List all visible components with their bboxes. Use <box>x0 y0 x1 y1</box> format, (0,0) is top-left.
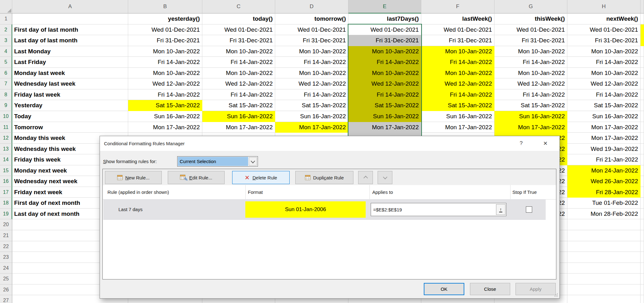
row-header-14[interactable]: 14 <box>0 154 12 165</box>
cell-I8-partial[interactable] <box>641 89 644 100</box>
cell-D4[interactable]: Mon 10-Jan-2022 <box>275 46 348 57</box>
cell-I14-partial[interactable] <box>641 154 644 165</box>
cell-H1[interactable]: nextWeek() <box>567 13 641 24</box>
cell-E4[interactable]: Mon 10-Jan-2022 <box>348 46 421 57</box>
cell-H5[interactable]: Fri 14-Jan-2022 <box>567 57 641 68</box>
row-header-26[interactable]: 26 <box>0 284 12 295</box>
cell-G8[interactable]: Fri 14-Jan-2022 <box>494 89 567 100</box>
row-header-21[interactable]: 21 <box>0 230 12 241</box>
cell-B3[interactable]: Fri 31-Dec-2021 <box>128 35 202 46</box>
cell-D2[interactable]: Wed 01-Dec-2021 <box>275 24 348 35</box>
cell-G1[interactable]: thisWeek() <box>494 13 567 24</box>
cell-B11[interactable]: Mon 17-Jan-2022 <box>128 122 202 133</box>
move-rule-down-button[interactable] <box>378 171 392 184</box>
cell-H4[interactable]: Mon 10-Jan-2022 <box>567 46 641 57</box>
cell-G11[interactable]: Mon 17-Jan-2022 <box>494 122 567 133</box>
cell-D1[interactable]: tomorrow() <box>275 13 348 24</box>
cell-I7-partial[interactable] <box>641 78 644 89</box>
cell-H17[interactable]: Fri 28-Jan-2022 <box>567 187 641 198</box>
collapse-dialog-icon[interactable]: ↑ <box>496 204 505 215</box>
row-header-20[interactable]: 20 <box>0 219 12 230</box>
cell-B10[interactable]: Sun 16-Jan-2022 <box>128 111 202 122</box>
new-rule-button[interactable]: New Rule... <box>105 171 162 184</box>
cell-A7[interactable]: Wednesday last week <box>12 78 128 89</box>
cell-I24-partial[interactable] <box>641 263 644 274</box>
row-header-1[interactable]: 1 <box>0 13 12 24</box>
column-header-H[interactable]: H <box>567 0 641 13</box>
cell-G10[interactable]: Sun 16-Jan-2022 <box>494 111 567 122</box>
cell-H23[interactable] <box>567 252 641 263</box>
cell-A9[interactable]: Yesterday <box>12 100 128 111</box>
applies-to-input[interactable]: =$E$2:$E$19 ↑ <box>371 203 506 216</box>
cell-E9[interactable]: Sat 15-Jan-2022 <box>348 100 421 111</box>
column-header-B[interactable]: B <box>128 0 202 13</box>
cell-A6[interactable]: Monday last week <box>12 68 128 78</box>
cell-B9[interactable]: Sat 15-Jan-2022 <box>128 100 202 111</box>
cell-C1[interactable]: today() <box>202 13 275 24</box>
cell-E2[interactable]: Wed 01-Dec-2021 <box>348 24 421 35</box>
help-icon[interactable]: ? <box>516 139 526 148</box>
row-header-18[interactable]: 18 <box>0 198 12 209</box>
cell-D7[interactable]: Wed 12-Jan-2022 <box>275 78 348 89</box>
column-header-F[interactable]: F <box>421 0 494 13</box>
ok-button[interactable]: OK <box>424 283 464 295</box>
cell-B8[interactable]: Fri 14-Jan-2022 <box>128 89 202 100</box>
row-header-9[interactable]: 9 <box>0 100 12 111</box>
cell-H7[interactable]: Wed 12-Jan-2022 <box>567 78 641 89</box>
cell-I18-partial[interactable] <box>641 198 644 209</box>
cell-F7[interactable]: Wed 12-Jan-2022 <box>421 78 494 89</box>
cell-D3[interactable]: Fri 31-Dec-2021 <box>275 35 348 46</box>
cell-I23-partial[interactable] <box>641 252 644 263</box>
cell-I15-partial[interactable] <box>641 165 644 176</box>
row-header-2[interactable]: 2 <box>0 24 12 35</box>
row-header-10[interactable]: 10 <box>0 111 12 122</box>
row-header-22[interactable]: 22 <box>0 241 12 252</box>
row-header-16[interactable]: 16 <box>0 176 12 187</box>
cell-I13-partial[interactable] <box>641 144 644 154</box>
row-header-23[interactable]: 23 <box>0 252 12 263</box>
row-header-19[interactable]: 19 <box>0 209 12 219</box>
cell-I6-partial[interactable] <box>641 68 644 78</box>
cell-I17-partial[interactable] <box>641 187 644 198</box>
cell-B4[interactable]: Mon 10-Jan-2022 <box>128 46 202 57</box>
cell-C9[interactable]: Sat 15-Jan-2022 <box>202 100 275 111</box>
cell-I19-partial[interactable] <box>641 209 644 219</box>
row-header-7[interactable]: 7 <box>0 78 12 89</box>
cell-A10[interactable]: Today <box>12 111 128 122</box>
cell-G5[interactable]: Fri 14-Jan-2022 <box>494 57 567 68</box>
cell-C4[interactable]: Mon 10-Jan-2022 <box>202 46 275 57</box>
cell-H22[interactable] <box>567 241 641 252</box>
cell-H6[interactable]: Mon 10-Jan-2022 <box>567 68 641 78</box>
cell-F3[interactable]: Fri 31-Dec-2021 <box>421 35 494 46</box>
cell-I10-partial[interactable] <box>641 111 644 122</box>
cell-H21[interactable] <box>567 230 641 241</box>
cell-A4[interactable]: Last Monday <box>12 46 128 57</box>
resize-grip[interactable] <box>554 293 558 297</box>
scope-combobox-value[interactable]: Current Selection <box>178 157 248 166</box>
cell-E11[interactable]: Mon 17-Jan-2022 <box>348 122 421 133</box>
cell-H24[interactable] <box>567 263 641 274</box>
cell-A8[interactable]: Friday last week <box>12 89 128 100</box>
cell-A2[interactable]: First day of last month <box>12 24 128 35</box>
cell-I20-partial[interactable] <box>641 219 644 230</box>
cell-C6[interactable]: Mon 10-Jan-2022 <box>202 68 275 78</box>
cell-D6[interactable]: Mon 10-Jan-2022 <box>275 68 348 78</box>
row-header-15[interactable]: 15 <box>0 165 12 176</box>
cell-H10[interactable]: Sun 16-Jan-2022 <box>567 111 641 122</box>
cell-H20[interactable] <box>567 219 641 230</box>
close-button[interactable]: Close <box>470 283 510 295</box>
cell-H8[interactable]: Fri 14-Jan-2022 <box>567 89 641 100</box>
column-header-C[interactable]: C <box>202 0 275 13</box>
cell-I2-partial[interactable] <box>641 24 644 35</box>
cell-I25-partial[interactable] <box>641 274 644 284</box>
cell-C5[interactable]: Fri 14-Jan-2022 <box>202 57 275 68</box>
cell-H3[interactable]: Fri 31-Dec-2021 <box>567 35 641 46</box>
cell-A5[interactable]: Last Friday <box>12 57 128 68</box>
cell-C8[interactable]: Fri 14-Jan-2022 <box>202 89 275 100</box>
cell-D11[interactable]: Mon 17-Jan-2022 <box>275 122 348 133</box>
cell-H26[interactable] <box>567 284 641 295</box>
chevron-down-icon[interactable] <box>249 157 257 166</box>
row-header-25[interactable]: 25 <box>0 274 12 284</box>
cell-E6[interactable]: Mon 10-Jan-2022 <box>348 68 421 78</box>
cell-G3[interactable]: Fri 31-Dec-2021 <box>494 35 567 46</box>
